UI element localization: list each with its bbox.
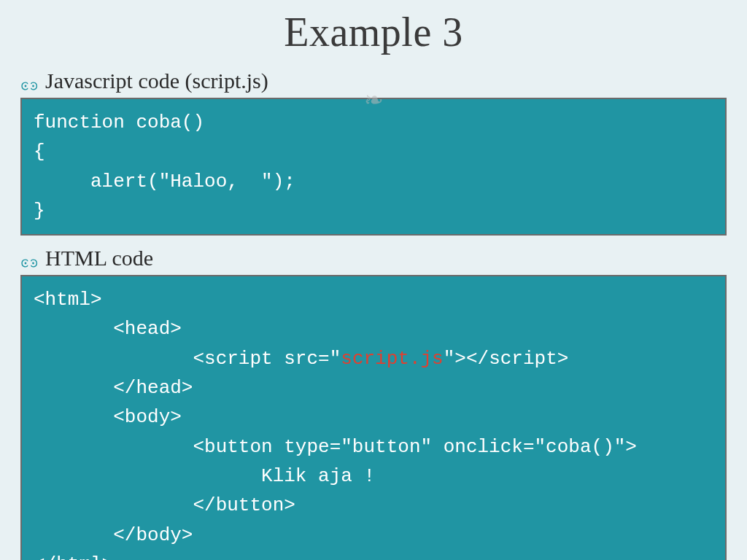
section-heading-html: HTML code	[20, 246, 747, 271]
svg-point-2	[25, 262, 27, 265]
slide-container: Example 3 Javascript code (script.js) ❧ …	[0, 0, 747, 560]
code-block-js: function coba() { alert("Haloo, "); }	[20, 98, 727, 236]
slide-title: Example 3	[0, 9, 747, 55]
section-heading-js: Javascript code (script.js)	[20, 69, 747, 93]
bullet-icon	[20, 251, 41, 265]
bullet-icon	[20, 74, 41, 88]
svg-point-0	[25, 85, 27, 88]
svg-point-1	[32, 85, 34, 88]
section-heading-html-label: HTML code	[45, 246, 153, 271]
section-heading-js-label: Javascript code (script.js)	[45, 69, 268, 93]
svg-point-3	[32, 262, 34, 265]
code-block-html: <html> <head> <script src="script.js"></…	[20, 275, 727, 560]
